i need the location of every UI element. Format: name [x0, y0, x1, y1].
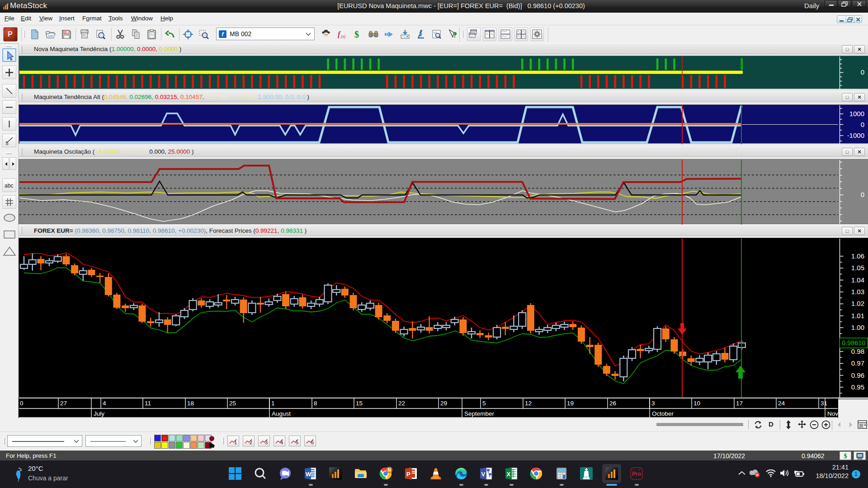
svg-text:6: 6 [311, 440, 314, 445]
svg-text:31: 31 [821, 400, 827, 407]
svg-text:1.04: 1.04 [851, 276, 864, 284]
svg-text:2: 2 [250, 440, 252, 445]
svg-text:P: P [406, 471, 410, 478]
svg-text:17: 17 [736, 400, 743, 407]
svg-text:August: August [272, 410, 291, 417]
svg-text:4: 4 [280, 440, 283, 445]
svg-text:27: 27 [60, 400, 67, 407]
svg-text:15: 15 [356, 400, 363, 407]
svg-text:0: 0 [20, 400, 24, 407]
svg-text:V: V [481, 471, 486, 478]
svg-text:25: 25 [229, 400, 236, 407]
svg-text:0.95: 0.95 [851, 383, 864, 391]
svg-text:Nov: Nov [827, 410, 838, 417]
svg-text:26: 26 [609, 400, 616, 407]
svg-text:4: 4 [103, 400, 106, 407]
svg-text:0.96: 0.96 [851, 371, 864, 379]
svg-text:0.97: 0.97 [851, 359, 864, 367]
svg-text:3: 3 [265, 440, 268, 445]
svg-text:1.03: 1.03 [851, 288, 864, 296]
svg-text:24: 24 [778, 400, 785, 407]
svg-text:September: September [464, 410, 495, 417]
svg-text:1.05: 1.05 [851, 264, 864, 272]
svg-text:0.98: 0.98 [851, 347, 864, 355]
svg-text:Pro: Pro [632, 471, 641, 477]
svg-text:X: X [506, 471, 510, 478]
svg-text:11: 11 [145, 400, 151, 407]
svg-text:W: W [306, 471, 311, 478]
svg-text:October: October [652, 410, 674, 417]
svg-text:8: 8 [314, 400, 317, 407]
svg-text:3: 3 [651, 400, 655, 407]
svg-text:29: 29 [440, 400, 447, 407]
svg-text:1.02: 1.02 [851, 300, 864, 307]
svg-text:19: 19 [567, 400, 574, 407]
svg-text:1: 1 [271, 400, 275, 407]
svg-text:0.98610: 0.98610 [842, 339, 865, 347]
svg-text:1.06: 1.06 [851, 252, 864, 260]
svg-text:10: 10 [693, 400, 700, 407]
svg-text:22: 22 [398, 400, 405, 407]
svg-text:5: 5 [296, 440, 298, 445]
svg-text:1: 1 [234, 440, 237, 445]
svg-text:1.01: 1.01 [851, 312, 864, 319]
svg-text:July: July [94, 410, 104, 417]
svg-text:12: 12 [525, 400, 532, 407]
svg-text:5: 5 [482, 400, 486, 407]
svg-text:18: 18 [187, 400, 194, 407]
svg-text:N: N [388, 468, 391, 473]
svg-text:1.00: 1.00 [851, 324, 864, 331]
